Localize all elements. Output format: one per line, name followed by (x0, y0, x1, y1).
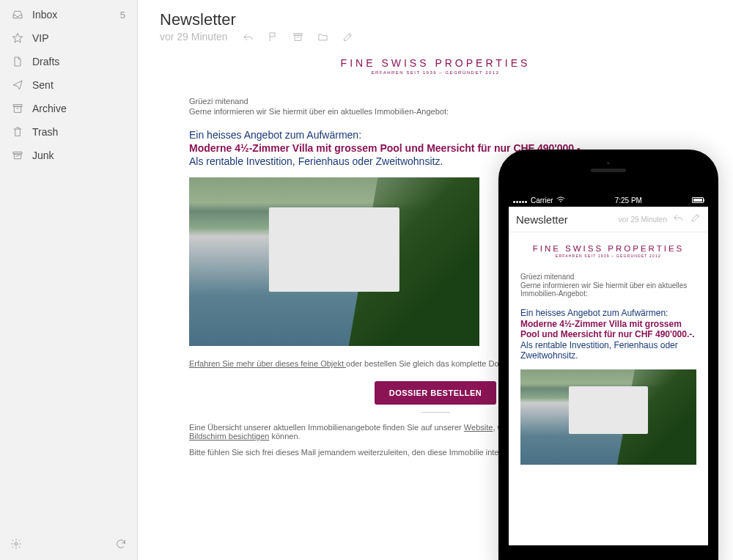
greeting-text: Grüezi mitenand (189, 97, 682, 106)
message-header: Newsletter vor 29 Minuten (160, 10, 711, 43)
phone-email-body: FINE SWISS PROPERTIES ERFAHREN SEIT 1939… (509, 232, 708, 465)
trash-icon (12, 126, 23, 138)
mailbox-sidebar: Inbox 5 VIP Drafts Sent Archive Trash (0, 0, 138, 560)
signal-icon (513, 196, 528, 205)
intro-text: Gerne informieren wir Sie hiermit über e… (520, 281, 696, 298)
brand-logo: FINE SWISS PROPERTIES ERFAHREN SEIT 1939… (520, 244, 696, 258)
inbox-icon (12, 9, 23, 21)
flag-button[interactable] (268, 31, 279, 43)
sidebar-item-label: Inbox (32, 9, 120, 21)
sidebar-item-sent[interactable]: Sent (0, 73, 137, 97)
phone-preview: Carrier 7:25 PM Newsletter vor 29 Minute… (498, 150, 718, 560)
sidebar-item-junk[interactable]: Junk (0, 144, 137, 167)
email-heading-highlight: Moderne 4½-Zimmer Villa mit grossem Pool… (520, 319, 696, 339)
sidebar-item-vip[interactable]: VIP (0, 26, 137, 50)
brand-logo: FINE SWISS PROPERTIES ERFAHREN SEIT 1939… (189, 57, 682, 75)
divider (421, 412, 450, 413)
refresh-button[interactable] (115, 538, 127, 553)
archive-icon (12, 103, 23, 114)
sidebar-item-label: Archive (32, 103, 125, 114)
reply-button[interactable] (673, 213, 683, 226)
phone-message-title: Newsletter (516, 213, 619, 226)
property-image[interactable] (189, 177, 479, 346)
sidebar-item-archive[interactable]: Archive (0, 97, 137, 120)
sidebar-item-drafts[interactable]: Drafts (0, 50, 137, 73)
sidebar-item-label: Trash (32, 126, 125, 138)
move-button[interactable] (317, 31, 329, 43)
sidebar-item-label: Junk (32, 150, 125, 161)
archive-button[interactable] (292, 31, 304, 43)
sidebar-item-inbox[interactable]: Inbox 5 (0, 3, 137, 26)
junk-icon (12, 150, 23, 161)
greeting-text: Grüezi mitenand (520, 273, 696, 281)
sidebar-item-trash[interactable]: Trash (0, 120, 137, 144)
document-icon (12, 56, 23, 67)
battery-icon (692, 197, 704, 203)
compose-button[interactable] (342, 31, 354, 43)
property-image[interactable] (520, 369, 696, 465)
status-time: 7:25 PM (615, 196, 642, 205)
carrier-text: Carrier (531, 196, 553, 205)
sidebar-item-label: Sent (32, 79, 125, 91)
phone-message-header: Newsletter vor 29 Minuten (509, 207, 708, 232)
email-heading: Ein heisses Angebot zum Aufwärmen: (520, 308, 696, 318)
settings-button[interactable] (10, 538, 22, 553)
message-title: Newsletter (160, 10, 711, 29)
email-heading: Ein heisses Angebot zum Aufwärmen: (189, 129, 682, 141)
email-subheading: Als rentable Investition, Ferienhaus ode… (520, 340, 696, 361)
send-icon (12, 79, 23, 91)
intro-text: Gerne informieren wir Sie hiermit über e… (189, 107, 682, 116)
website-link[interactable]: Website (464, 423, 493, 432)
reply-button[interactable] (243, 31, 254, 43)
status-bar: Carrier 7:25 PM (509, 194, 708, 207)
phone-message-time: vor 29 Minuten (619, 215, 667, 224)
learn-more-link[interactable]: Erfahren Sie mehr über dieses feine Obje… (189, 359, 346, 368)
sidebar-item-label: VIP (32, 32, 125, 44)
sidebar-item-label: Drafts (32, 56, 125, 67)
star-icon (12, 32, 23, 44)
svg-point-0 (15, 542, 18, 545)
inbox-count: 5 (120, 10, 125, 21)
wifi-icon (556, 196, 565, 205)
compose-button[interactable] (690, 213, 701, 226)
message-time: vor 29 Minuten (160, 31, 228, 43)
dossier-button[interactable]: DOSSIER BESTELLEN (375, 381, 496, 405)
